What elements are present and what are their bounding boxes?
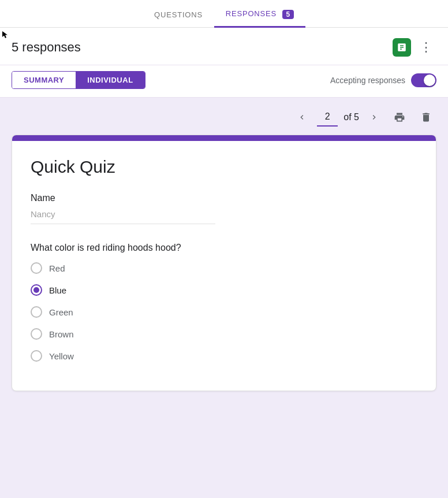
individual-toggle-button[interactable]: INDIVIDUAL [76,72,144,88]
radio-option-yellow: Yellow [31,350,417,362]
header-actions: ⋮ [393,37,436,58]
name-section: Name Nancy [31,193,417,224]
print-button[interactable] [389,107,410,128]
page-number-input[interactable] [317,108,338,127]
responses-header: 5 responses ⋮ [0,28,448,65]
delete-button[interactable] [416,107,436,128]
radio-label-yellow: Yellow [49,351,74,361]
pagination-row: of 5 [12,107,436,128]
radio-circle-red [31,262,42,274]
radio-option-brown: Brown [31,328,417,340]
radio-options: Red Blue Green Brown [31,262,417,362]
accepting-toggle[interactable] [411,73,436,87]
response-count-badge: 5 [282,10,293,19]
radio-option-green: Green [31,306,417,318]
next-page-button[interactable] [365,108,383,127]
radio-option-red: Red [31,262,417,274]
radio-circle-brown [31,328,42,340]
radio-label-green: Green [49,307,73,317]
radio-circle-blue [31,284,42,296]
card-body: Quick Quiz Name Nancy What color is red … [12,141,436,391]
prev-page-button[interactable] [293,108,311,127]
view-mode-toggle: SUMMARY INDIVIDUAL [12,71,145,89]
toggle-slider [411,73,436,87]
add-to-sheets-button[interactable] [393,38,411,57]
tab-questions[interactable]: QUESTIONS [143,3,214,28]
response-card: Quick Quiz Name Nancy What color is red … [12,135,436,391]
radio-option-blue: Blue [31,284,417,296]
content-area: of 5 Quick Quiz Name Nancy What color is… [0,98,448,400]
radio-circle-green [31,306,42,318]
tab-responses[interactable]: RESPONSES 5 [214,2,305,28]
radio-label-red: Red [49,263,65,273]
view-toggle-bar: SUMMARY INDIVIDUAL Accepting responses [0,65,448,98]
summary-toggle-button[interactable]: SUMMARY [12,72,76,88]
chevron-left-icon [297,113,307,122]
responses-title: 5 responses [12,40,81,55]
question-text: What color is red riding hoods hood? [31,243,417,253]
accepting-responses-row: Accepting responses [330,73,436,87]
card-title: Quick Quiz [31,157,417,177]
delete-icon [420,112,432,123]
radio-circle-yellow [31,350,42,362]
chevron-right-icon [369,113,379,122]
card-top-bar [12,135,436,141]
radio-label-blue: Blue [49,285,66,295]
print-icon [394,112,405,123]
page-of-text: of 5 [344,112,359,122]
more-options-button[interactable]: ⋮ [416,37,436,58]
radio-label-brown: Brown [49,329,74,339]
name-answer: Nancy [31,209,215,224]
accepting-label: Accepting responses [330,76,405,85]
sheets-icon [397,42,407,53]
tab-bar: QUESTIONS RESPONSES 5 [0,0,448,28]
question-section: What color is red riding hoods hood? Red… [31,243,417,362]
name-label: Name [31,193,417,203]
